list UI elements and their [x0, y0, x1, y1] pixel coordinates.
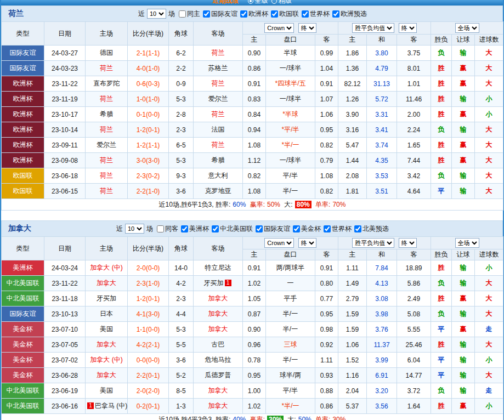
- ah-select-cell: Crown 终: [243, 22, 338, 35]
- filter-欧洲预选[interactable]: 欧洲预选: [332, 9, 367, 19]
- bookmaker-select[interactable]: Crown: [264, 238, 294, 248]
- eu-away-odds: 5.55: [397, 322, 431, 337]
- goals-result-flag: 大: [475, 368, 503, 383]
- summary-row: 近10场,胜4平3负3, 胜率:40% 赢率:30% 大:50% 单率:30%: [2, 414, 503, 420]
- handicap-result-flag: 输: [452, 276, 475, 291]
- away-team-cell: 荷兰: [194, 138, 243, 153]
- avg-select[interactable]: 胜平负均值: [352, 23, 394, 33]
- home-team-cell: 荷兰: [86, 61, 128, 76]
- filter-世界杯[interactable]: 世界杯: [324, 224, 352, 234]
- eu-draw-odds: 4.35: [367, 153, 397, 168]
- eu-draw-odds: 3.74: [367, 138, 397, 153]
- handicap-result-flag: 输: [452, 122, 475, 138]
- filter-checkbox-国际友谊[interactable]: [256, 225, 263, 232]
- eu-home-odds: 5.37: [338, 399, 367, 414]
- filter-美金杯[interactable]: 美金杯: [293, 224, 321, 234]
- filter-bar: 近 10 场 同客美洲杯中北美国联国际友谊美金杯世界杯北美预选: [115, 224, 389, 234]
- match-score: 1-2(0-1): [128, 291, 169, 307]
- corner-score: 3-6: [169, 353, 194, 368]
- eu-home-odds: 2.08: [338, 168, 367, 184]
- filter-checkbox-国际友谊[interactable]: [203, 10, 210, 18]
- filter-欧洲杯[interactable]: 欧洲杯: [240, 9, 268, 19]
- filter-世界杯[interactable]: 世界杯: [302, 9, 330, 19]
- match-score: 1-2(0-1): [128, 122, 169, 138]
- eu-time-select[interactable]: 终: [399, 238, 417, 248]
- filter-checkbox-同客[interactable]: [157, 225, 164, 232]
- team-label: 荷兰: [100, 126, 113, 133]
- col-eu-draw: 和: [367, 35, 397, 46]
- goals-result-flag: 走: [475, 383, 503, 399]
- ah-handicap: *半/一: [266, 138, 315, 153]
- ah-home-odds: 0.86: [243, 61, 266, 76]
- filter-同客[interactable]: 同客: [157, 224, 178, 234]
- team-label: 荷兰: [100, 187, 113, 195]
- scope-select[interactable]: 全场: [455, 238, 479, 248]
- eu-time-select[interactable]: 终: [399, 23, 417, 33]
- ah-time-select[interactable]: 终: [298, 23, 316, 33]
- col-date: 日期: [44, 22, 86, 46]
- handicap-result-flag: 输: [452, 353, 475, 368]
- full-version-radio[interactable]: [248, 0, 253, 4]
- compact-version-label[interactable]: 精版: [279, 0, 292, 4]
- match-count-select[interactable]: 10: [147, 9, 166, 19]
- filter-checkbox-欧洲预选[interactable]: [332, 10, 339, 18]
- filter-checkbox-世界杯[interactable]: [324, 225, 331, 232]
- away-team-cell: 希腊: [194, 153, 243, 168]
- summary-segment: 单率:: [314, 416, 331, 420]
- filter-美洲杯[interactable]: 美洲杯: [181, 224, 209, 234]
- ah-away-odds: 0.80: [315, 276, 338, 291]
- filter-同主[interactable]: 同主: [179, 9, 200, 19]
- filter-checkbox-同主[interactable]: [179, 10, 186, 18]
- eu-home-odds: 1.16: [338, 368, 367, 383]
- filter-checkbox-欧洲杯[interactable]: [240, 10, 247, 18]
- filter-checkbox-美洲杯[interactable]: [181, 225, 188, 232]
- filter-checkbox-世界杯[interactable]: [302, 10, 309, 18]
- compact-version-radio[interactable]: [271, 0, 277, 4]
- ah-handicap: *半球: [266, 107, 315, 122]
- filter-中北美国联[interactable]: 中北美国联: [212, 224, 253, 234]
- summary-segment: 大:: [286, 416, 296, 420]
- eu-away-odds: 2.00: [397, 107, 431, 122]
- filter-国际友谊[interactable]: 国际友谊: [203, 9, 237, 19]
- bookmaker-select[interactable]: Crown: [264, 23, 294, 33]
- handicap-result-flag: 赢: [452, 291, 475, 307]
- filter-checkbox-中北美国联[interactable]: [212, 225, 219, 232]
- summary-row: 近10场,胜6平1负3, 胜率:60% 赢率:50% 大:80% 单率:70%: [2, 199, 503, 211]
- competition-badge: 美洲杯: [2, 260, 44, 276]
- result-flag: 负: [431, 307, 452, 322]
- goals-result-flag: 大: [475, 168, 503, 184]
- ah-time-select[interactable]: 终: [298, 238, 316, 248]
- match-row: 中北美国联23-06-19美国2-0(2-0)8-5加拿大1.00平/半0.88…: [2, 383, 503, 399]
- goals-result-flag: 大: [475, 276, 503, 291]
- eu-home-odds: 1.36: [338, 61, 367, 76]
- match-score: 3-0(3-0): [128, 153, 169, 168]
- result-flag: 负: [431, 122, 452, 138]
- ah-away-odds: 0.82: [315, 138, 338, 153]
- handicap-result-flag: 输: [452, 368, 475, 383]
- full-version-label[interactable]: 全版: [255, 0, 268, 4]
- result-flag: 胜: [431, 260, 452, 276]
- filter-北美预选[interactable]: 北美预选: [354, 224, 389, 234]
- filter-checkbox-欧国联[interactable]: [271, 10, 278, 18]
- filter-国际友谊[interactable]: 国际友谊: [256, 224, 290, 234]
- filter-checkbox-美金杯[interactable]: [293, 225, 300, 232]
- team-label: 荷兰: [100, 172, 113, 179]
- away-team-cell: 古巴: [194, 337, 243, 353]
- match-row: 美金杯23-07-02加拿大 (中)0-0(0-0)3-6危地马拉0.78半/一…: [2, 353, 503, 368]
- avg-select[interactable]: 胜平负均值: [352, 238, 394, 248]
- handicap-result-flag: 输: [452, 337, 475, 353]
- scope-select[interactable]: 全场: [455, 23, 479, 33]
- ah-handicap: 一/球半: [266, 61, 315, 76]
- filter-checkbox-北美预选[interactable]: [354, 225, 361, 232]
- match-score: 0-6(0-3): [128, 76, 169, 92]
- match-date: 23-11-22: [44, 76, 86, 92]
- eu-away-odds: 14.77: [397, 368, 431, 383]
- eu-home-odds: 2.04: [338, 383, 367, 399]
- filter-欧国联[interactable]: 欧国联: [271, 9, 299, 19]
- away-team-cell: 加拿大: [194, 399, 243, 414]
- team-label: 加拿大 (中): [90, 264, 122, 271]
- competition-badge: 中北美国联: [2, 399, 44, 414]
- match-row: 美洲杯24-03-24加拿大 (中)2-0(0-0)14-0特立尼达0.91两/…: [2, 260, 503, 276]
- team-label: 荷兰: [100, 95, 113, 103]
- match-count-select[interactable]: 10: [125, 224, 144, 234]
